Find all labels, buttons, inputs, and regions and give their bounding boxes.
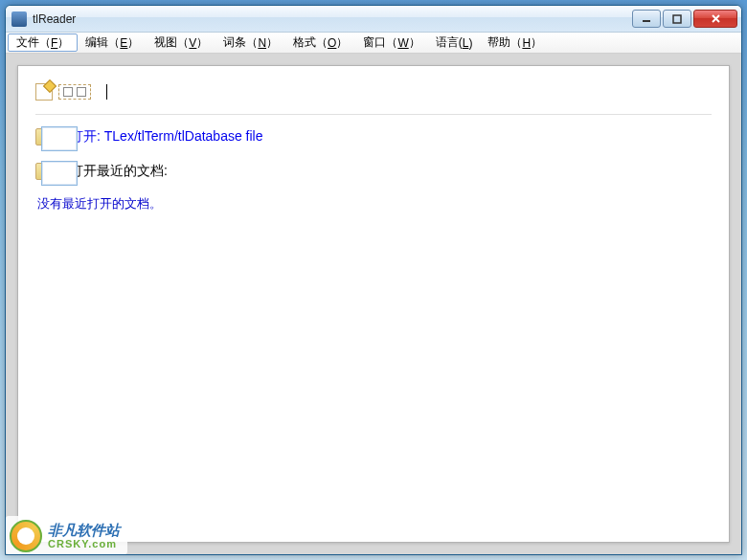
menu-language[interactable]: 语言(L): [428, 33, 481, 53]
maximize-icon: [672, 14, 682, 24]
watermark-logo-icon: [10, 520, 42, 552]
menu-window[interactable]: 窗口（W）: [355, 33, 427, 53]
window-title: tlReader: [33, 12, 76, 26]
view-box-1-icon: [63, 87, 73, 97]
toolbar: [35, 78, 712, 106]
minimize-icon: [642, 14, 651, 24]
recent-header-row: 打开最近的文档:: [35, 161, 712, 182]
document-panel: 打开: TLex/tlTerm/tlDatabase file 打开最近的文档:…: [17, 65, 730, 543]
no-recent-text: 没有最近打开的文档。: [37, 195, 712, 213]
menu-help[interactable]: 帮助（H）: [480, 33, 550, 53]
recent-heading: 打开最近的文档:: [70, 163, 168, 180]
new-doc-icon[interactable]: [35, 83, 53, 101]
svg-rect-1: [673, 15, 681, 23]
view-box-2-icon: [77, 87, 86, 97]
open-file-link[interactable]: 打开: TLex/tlTerm/tlDatabase file: [70, 128, 263, 146]
menu-edit[interactable]: 编辑（E）: [78, 33, 147, 53]
minimize-button[interactable]: [632, 10, 661, 28]
menu-entry[interactable]: 词条（N）: [215, 33, 285, 53]
maximize-button[interactable]: [663, 10, 691, 28]
menubar: 文件（F） 编辑（E） 视图（V） 词条（N） 格式（O） 窗口（W） 语言(L…: [6, 33, 741, 54]
open-file-row[interactable]: 打开: TLex/tlTerm/tlDatabase file: [35, 126, 712, 147]
view-toggle-group[interactable]: [58, 84, 91, 100]
watermark-title: 非凡软件站: [48, 523, 120, 539]
watermark-url: CRSKY.com: [48, 538, 120, 549]
app-window: tlReader 文件（F） 编辑（E） 视图（V） 词条（N） 格式（O） 窗…: [5, 5, 742, 555]
folder-open-icon: [35, 126, 60, 147]
watermark: 非凡软件站 CRSKY.com: [6, 516, 127, 554]
menu-file[interactable]: 文件（F）: [8, 34, 78, 52]
text-caret: [106, 84, 107, 100]
app-icon: [11, 11, 27, 27]
menu-view[interactable]: 视图（V）: [147, 33, 215, 53]
client-area: 打开: TLex/tlTerm/tlDatabase file 打开最近的文档:…: [6, 54, 741, 554]
window-controls: [632, 10, 737, 28]
folder-recent-icon: [35, 161, 60, 182]
menu-format[interactable]: 格式（O）: [285, 33, 355, 53]
close-icon: [711, 13, 721, 24]
titlebar[interactable]: tlReader: [6, 6, 741, 33]
close-button[interactable]: [693, 10, 737, 28]
divider: [35, 114, 712, 115]
